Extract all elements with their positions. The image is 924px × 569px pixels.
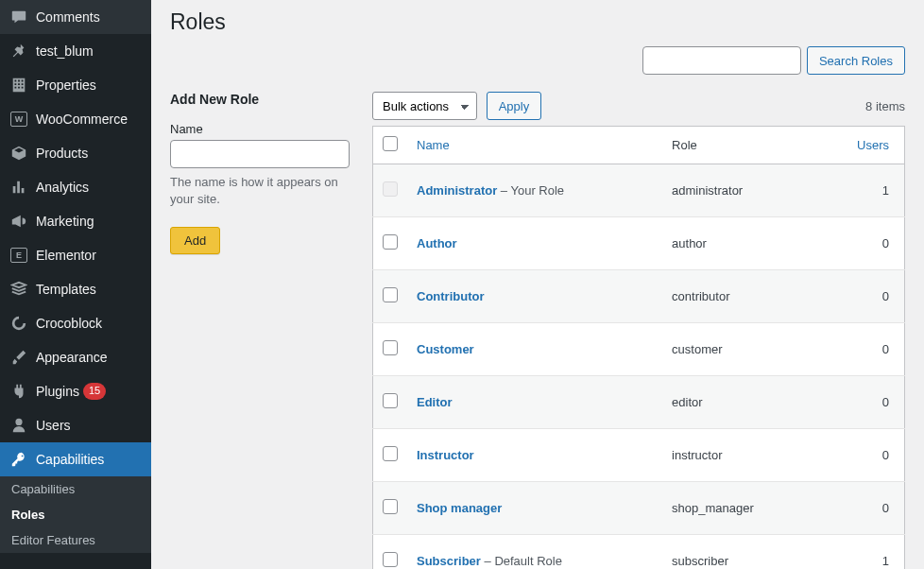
sidebar-item-label: Plugins <box>36 384 79 399</box>
row-role-cell: subscriber <box>662 535 817 570</box>
row-users-cell: 0 <box>817 482 905 535</box>
row-checkbox[interactable] <box>383 234 398 250</box>
sidebar-item-comments[interactable]: Comments <box>0 0 151 34</box>
row-role-cell: author <box>662 217 817 270</box>
roles-table: Name Role Users Administrator – Your Rol… <box>372 126 905 569</box>
sidebar-item-label: Marketing <box>36 214 94 229</box>
select-all-checkbox[interactable] <box>383 136 398 151</box>
role-link[interactable]: Contributor <box>417 289 484 303</box>
row-users-cell: 0 <box>817 429 905 482</box>
row-name-cell: Editor <box>407 376 662 429</box>
row-checkbox-cell <box>373 217 408 270</box>
table-row: Contributorcontributor0 <box>373 270 905 323</box>
comment-icon <box>9 8 28 26</box>
submenu-editor-features[interactable]: Editor Features <box>0 527 151 553</box>
main-content: Roles Search Roles Add New Role Name The… <box>151 0 924 569</box>
header-role: Role <box>662 127 817 164</box>
row-checkbox-cell <box>373 482 408 535</box>
brush-icon <box>9 348 28 367</box>
bulk-actions-select[interactable]: Bulk actions <box>372 92 477 120</box>
sidebar-item-capabilities[interactable]: Capabilities <box>0 442 151 476</box>
sidebar-item-marketing[interactable]: Marketing <box>0 204 151 238</box>
sidebar-item-test-blum[interactable]: test_blum <box>0 34 151 68</box>
sidebar-item-label: Templates <box>36 282 96 297</box>
header-users[interactable]: Users <box>817 127 905 164</box>
sidebar-item-label: WooCommerce <box>36 112 128 127</box>
table-row: Administrator – Your Roleadministrator1 <box>373 164 905 217</box>
row-checkbox[interactable] <box>383 499 398 514</box>
row-checkbox-cell <box>373 164 408 217</box>
sidebar-item-properties[interactable]: Properties <box>0 68 151 102</box>
sidebar-item-label: Analytics <box>36 180 89 195</box>
bars-icon <box>9 178 28 197</box>
elementor-icon: E <box>9 246 28 265</box>
key-icon <box>9 450 28 469</box>
role-link[interactable]: Instructor <box>417 448 474 462</box>
row-name-cell: Contributor <box>407 270 662 323</box>
stack-icon <box>9 280 28 299</box>
table-row: Instructorinstructor0 <box>373 429 905 482</box>
role-link[interactable]: Editor <box>417 395 453 409</box>
role-link[interactable]: Shop manager <box>417 501 502 515</box>
table-row: Editoreditor0 <box>373 376 905 429</box>
row-checkbox[interactable] <box>383 393 398 408</box>
add-role-form: Add New Role Name The name is how it app… <box>170 92 350 569</box>
pin-icon <box>9 42 28 60</box>
role-link[interactable]: Customer <box>417 342 474 356</box>
search-input[interactable] <box>642 46 801 75</box>
row-checkbox <box>383 181 398 197</box>
row-name-cell: Shop manager <box>407 482 662 535</box>
row-users-cell: 0 <box>817 270 905 323</box>
table-row: Subscriber – Default Rolesubscriber1 <box>373 535 905 570</box>
role-link[interactable]: Subscriber <box>417 554 481 568</box>
building-icon <box>9 76 28 95</box>
row-checkbox[interactable] <box>383 552 398 567</box>
sidebar-item-products[interactable]: Products <box>0 136 151 170</box>
row-role-cell: instructor <box>662 429 817 482</box>
sidebar-item-users[interactable]: Users <box>0 408 151 442</box>
submenu-capabilities[interactable]: Capabilities <box>0 476 151 502</box>
tablenav-top: Bulk actions Apply 8 items <box>372 92 905 120</box>
row-role-cell: editor <box>662 376 817 429</box>
user-icon <box>9 416 28 435</box>
apply-button[interactable]: Apply <box>487 92 542 120</box>
admin-sidebar: Comments test_blum Properties W WooComme… <box>0 0 151 569</box>
name-description: The name is how it appears on your site. <box>170 174 350 208</box>
woo-icon: W <box>9 110 28 129</box>
sidebar-item-label: Capabilities <box>36 452 104 467</box>
add-button[interactable]: Add <box>170 227 220 254</box>
search-roles-button[interactable]: Search Roles <box>807 46 905 75</box>
row-role-cell: contributor <box>662 270 817 323</box>
row-role-cell: shop_manager <box>662 482 817 535</box>
row-name-cell: Administrator – Your Role <box>407 164 662 217</box>
sidebar-item-elementor[interactable]: E Elementor <box>0 238 151 272</box>
sidebar-item-label: Users <box>36 418 71 433</box>
row-name-cell: Subscriber – Default Role <box>407 535 662 570</box>
sidebar-item-plugins[interactable]: Plugins 15 <box>0 374 151 408</box>
sidebar-item-label: Products <box>36 146 88 161</box>
sidebar-item-templates[interactable]: Templates <box>0 272 151 306</box>
sidebar-item-woocommerce[interactable]: W WooCommerce <box>0 102 151 136</box>
plug-icon <box>9 382 28 401</box>
sidebar-item-crocoblock[interactable]: Crocoblock <box>0 306 151 340</box>
role-name-input[interactable] <box>170 140 350 168</box>
role-suffix: – Your Role <box>497 183 564 198</box>
submenu-roles[interactable]: Roles <box>0 502 151 527</box>
row-checkbox[interactable] <box>383 340 398 355</box>
header-name[interactable]: Name <box>407 127 662 164</box>
sidebar-item-label: Elementor <box>36 248 96 263</box>
sidebar-item-appearance[interactable]: Appearance <box>0 340 151 374</box>
role-link[interactable]: Author <box>417 236 457 250</box>
row-checkbox[interactable] <box>383 287 398 302</box>
croco-icon <box>9 314 28 333</box>
row-checkbox-cell <box>373 429 408 482</box>
row-role-cell: administrator <box>662 164 817 217</box>
items-count: 8 items <box>865 99 905 113</box>
row-users-cell: 1 <box>817 535 905 570</box>
row-users-cell: 0 <box>817 217 905 270</box>
row-checkbox[interactable] <box>383 446 398 461</box>
sidebar-item-analytics[interactable]: Analytics <box>0 170 151 204</box>
role-link[interactable]: Administrator <box>417 183 497 198</box>
row-checkbox-cell <box>373 270 408 323</box>
sidebar-item-label: Comments <box>36 9 100 25</box>
